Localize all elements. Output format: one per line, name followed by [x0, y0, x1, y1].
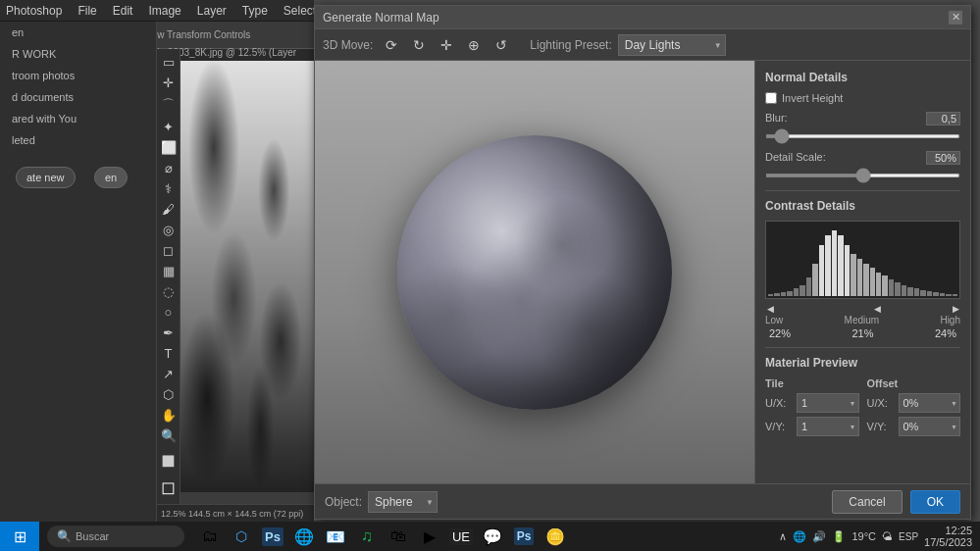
ps-menubar: Photoshop File Edit Image Layer Type Sel… [0, 0, 314, 22]
dodge-tool[interactable]: ○ [163, 303, 175, 322]
object-select[interactable]: Sphere Cube Plane Cylinder [368, 491, 438, 513]
lasso-tool[interactable]: ⌒ [160, 94, 177, 116]
file-item-en[interactable]: en [0, 22, 156, 43]
file-item-deleted[interactable]: leted [0, 129, 156, 151]
ps-menu-file[interactable]: File [76, 4, 98, 18]
offset-vy-label: V/Y: [867, 421, 895, 432]
ps-menu-layer[interactable]: Layer [195, 4, 229, 18]
sphere-container [397, 135, 672, 410]
dialog-close-button[interactable]: ✕ [949, 11, 962, 25]
sphere-preview [397, 135, 672, 410]
eraser-tool[interactable]: ◻ [161, 241, 176, 260]
hist-mid-arrow[interactable]: ◀ [872, 304, 882, 314]
taskbar-app-ps[interactable]: Ps [259, 523, 286, 550]
lighting-preset-select[interactable]: Day Lights Night Lights Hard Lights Cust… [618, 34, 726, 56]
reset-btn[interactable]: ↺ [490, 34, 512, 56]
3d-move-label: 3D Move: [323, 38, 373, 52]
offset-col: Offset U/X: 0%10%25%50% V [867, 377, 961, 440]
histogram-arrows: ◀ ◀ ▶ [765, 303, 960, 315]
divider-2 [765, 347, 960, 348]
taskbar-app-mail[interactable]: 📧 [322, 523, 349, 550]
lighting-preset-wrapper: Day Lights Night Lights Hard Lights Cust… [618, 34, 726, 56]
contrast-labels: Low Medium High [765, 315, 960, 326]
tile-ux-select[interactable]: 1240.5 [797, 393, 859, 413]
color-fg[interactable]: ◼ [159, 447, 178, 473]
taskbar-app-store[interactable]: 🛍 [385, 523, 412, 550]
ps-menu-type[interactable]: Type [240, 4, 270, 18]
detail-scale-label: Detail Scale: [765, 151, 826, 165]
windows-icon: ⊞ [14, 527, 26, 546]
move-tool[interactable]: ✛ [161, 74, 176, 92]
zoom-tool[interactable]: 🔍 [159, 426, 179, 445]
cancel-button[interactable]: Cancel [832, 490, 902, 514]
hand-tool[interactable]: ✋ [159, 406, 179, 425]
file-item-work[interactable]: R WORK [0, 43, 156, 65]
invert-height-label[interactable]: Invert Height [782, 92, 843, 104]
taskbar-right: ∧ 🌐 🔊 🔋 19°C 🌤 ESP 12:25 17/5/2023 [779, 525, 980, 548]
text-tool[interactable]: T [163, 344, 175, 363]
rotate-x-btn[interactable]: ⟳ [381, 34, 402, 56]
tile-vy-select[interactable]: 1240.5 [797, 417, 859, 436]
taskbar-up-arrow[interactable]: ∧ [779, 530, 787, 543]
magic-wand-tool[interactable]: ✦ [161, 118, 176, 136]
color-bg[interactable]: ◻ [159, 475, 178, 500]
ps-menu-edit[interactable]: Edit [111, 4, 135, 18]
object-row: Object: Sphere Cube Plane Cylinder [325, 491, 438, 513]
taskbar-app-coin[interactable]: 🪙 [542, 523, 569, 550]
start-button[interactable]: ⊞ [0, 522, 39, 551]
selection-tool[interactable]: ▭ [161, 53, 177, 72]
detail-scale-row: Detail Scale: 50% [765, 151, 960, 180]
file-item-lightroom[interactable]: troom photos [0, 65, 156, 86]
taskbar-app-3d[interactable]: ⬡ [228, 523, 255, 550]
pan-btn[interactable]: ✛ [436, 34, 457, 56]
clone-tool[interactable]: ◎ [161, 221, 176, 239]
taskbar: ⊞ 🔍 Buscar 🗂 ⬡ Ps 🌐 📧 ♫ 🛍 ▶ UE 💬 Ps 🪙 ∧ … [0, 522, 980, 551]
contrast-section: Contrast Details ◀ ◀ ▶ Low Medium High [765, 199, 960, 339]
blur-tool[interactable]: ◌ [161, 282, 176, 301]
ps-menu-image[interactable]: Image [146, 4, 182, 18]
pen-tool[interactable]: ✒ [161, 324, 176, 342]
offset-header: Offset [867, 377, 961, 389]
detail-scale-slider[interactable] [765, 174, 960, 177]
dialog-title: Generate Normal Map [323, 11, 439, 25]
gradient-tool[interactable]: ▦ [161, 262, 177, 280]
brush-tool[interactable]: 🖌 [160, 200, 177, 219]
taskbar-clock[interactable]: 12:25 17/5/2023 [924, 525, 972, 548]
offset-ux-select[interactable]: 0%10%25%50% [899, 393, 961, 413]
file-panel: en R WORK troom photos d documents ared … [0, 22, 157, 522]
taskbar-app-whatsapp[interactable]: 💬 [479, 523, 506, 550]
preview-area [315, 61, 754, 483]
path-tool[interactable]: ↗ [161, 365, 176, 383]
taskbar-app-media[interactable]: ▶ [416, 523, 443, 550]
rotate-y-btn[interactable]: ↻ [408, 34, 430, 56]
ps-menu-select[interactable]: Select [282, 4, 318, 18]
taskbar-app-photoshop2[interactable]: Ps [510, 523, 538, 550]
ps-menu-photoshop[interactable]: Photoshop [4, 4, 64, 18]
crop-tool[interactable]: ⬜ [159, 138, 179, 157]
open-button[interactable]: en [94, 167, 128, 188]
move3d-btn[interactable]: ⊕ [463, 34, 485, 56]
blur-header: Blur: 0,5 [765, 112, 960, 125]
offset-vy-select[interactable]: 0%10%25%50% [899, 417, 961, 436]
taskbar-app-spotify[interactable]: ♫ [353, 523, 381, 550]
blur-slider[interactable] [765, 134, 960, 138]
ok-button[interactable]: OK [910, 490, 960, 514]
taskbar-search[interactable]: 🔍 Buscar [47, 526, 184, 547]
hist-right-arrow[interactable]: ▶ [951, 304, 960, 314]
create-new-button[interactable]: ate new [16, 167, 76, 188]
explorer-icon: 🗂 [202, 527, 218, 545]
shape-tool[interactable]: ⬡ [161, 385, 176, 404]
heal-tool[interactable]: ⚕ [163, 179, 174, 198]
chrome-icon: 🌐 [294, 527, 314, 546]
file-item-shared[interactable]: ared with You [0, 108, 156, 129]
taskbar-app-chrome[interactable]: 🌐 [290, 523, 318, 550]
invert-height-checkbox[interactable] [765, 92, 777, 104]
eyedropper-tool[interactable]: ⌀ [163, 159, 175, 177]
taskbar-app-ue[interactable]: UE [447, 523, 475, 550]
file-item-documents[interactable]: d documents [0, 86, 156, 108]
tile-ux-label: U/X: [765, 397, 793, 409]
taskbar-app-explorer[interactable]: 🗂 [196, 523, 224, 550]
whatsapp-icon: 💬 [483, 527, 502, 546]
taskbar-date: 17/5/2023 [924, 536, 972, 548]
hist-left-arrow[interactable]: ◀ [765, 304, 775, 314]
